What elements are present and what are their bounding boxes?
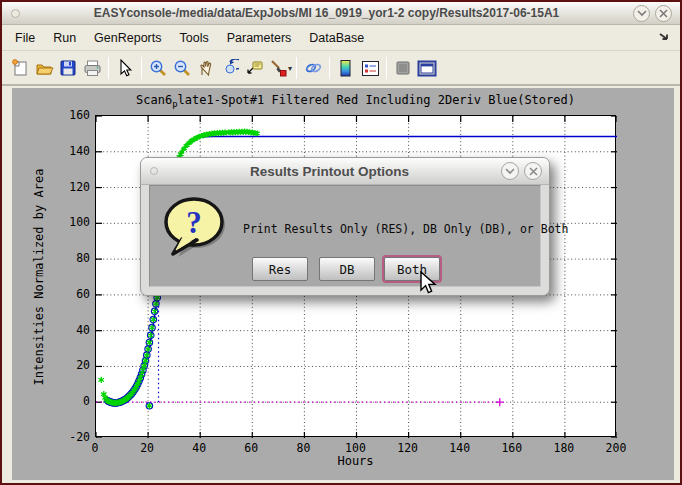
plot-title: Scan6plate1-Spot#1 Filtered Red Includin… [95,93,616,109]
rotate-3d-icon [221,59,239,77]
zoom-out-button[interactable] [170,56,194,80]
x-axis-label: Hours [95,454,616,468]
rotate-3d-button[interactable] [218,56,242,80]
x-tick-label: 80 [283,441,323,455]
y-tick-label: 20 [40,358,90,372]
dialog-body: ? Print Results Only (RES), DB Only (DB)… [149,185,541,287]
dock-figure-icon [417,60,437,77]
colorbar-icon [339,59,353,78]
y-tick-label: 140 [40,144,90,158]
open-folder-icon [35,59,54,77]
y-tick-label: 120 [40,180,90,194]
y-tick-label: 40 [40,323,90,337]
new-document-icon [11,59,29,77]
data-cursor-button[interactable] [242,56,266,80]
dialog-shade-button[interactable] [501,162,519,180]
zoom-in-button[interactable] [146,56,170,80]
insert-legend-button[interactable] [358,56,382,80]
menu-item-file[interactable]: File [6,28,44,48]
menu-item-tools[interactable]: Tools [171,28,218,48]
save-icon [59,59,77,77]
y-tick-label: 60 [40,287,90,301]
link-plots-button[interactable] [301,56,325,80]
x-tick-label: 60 [231,441,271,455]
close-icon [659,9,668,18]
plot-tools-icon [395,60,411,76]
insert-colorbar-button[interactable] [334,56,358,80]
shade-button[interactable] [633,5,650,22]
toolbar: ▾ [2,52,680,86]
window-title: EASYconsole-/media/data/ExpJobs/MI 16_09… [20,6,633,20]
brush-icon [269,59,287,77]
dialog-title: Results Printout Options [158,164,501,179]
results-printout-dialog: Results Printout Options ? Print Results… [140,157,550,296]
dialog-close-button[interactable] [524,162,542,180]
print-icon [83,59,102,77]
y-tick-label: 100 [40,215,90,229]
menu-item-database[interactable]: DataBase [300,28,373,48]
app-window: EASYconsole-/media/data/ExpJobs/MI 16_09… [0,0,682,485]
pan-hand-icon [197,59,215,77]
menu-bar: File Run GenReports Tools Parameters Dat… [2,26,680,51]
print-button[interactable] [80,56,104,80]
legend-icon [361,60,380,77]
close-button[interactable] [655,5,672,22]
y-tick-label: 160 [40,108,90,122]
dialog-message: Print Results Only (RES), DB Only (DB), … [243,222,568,236]
x-tick-label: 20 [127,441,167,455]
open-button[interactable] [32,56,56,80]
res-button[interactable]: Res [252,257,308,281]
y-tick-label: -20 [40,430,90,444]
data-cursor-icon [245,59,264,77]
x-tick-label: 200 [596,441,636,455]
dialog-titlebar[interactable]: Results Printout Options [141,158,549,185]
new-file-button[interactable] [8,56,32,80]
db-button[interactable]: DB [319,257,375,281]
x-tick-label: 100 [336,441,376,455]
brush-button[interactable] [266,56,290,80]
dock-figure-button[interactable] [415,56,439,80]
menu-item-genreports[interactable]: GenReports [85,28,170,48]
menu-item-parameters[interactable]: Parameters [218,28,301,48]
window-menu-button[interactable] [11,9,20,18]
question-bubble-icon: ? [160,194,232,260]
save-button[interactable] [56,56,80,80]
close-icon [529,167,538,176]
chevron-down-icon [637,10,647,17]
y-tick-label: 0 [40,394,90,408]
svg-text:?: ? [186,205,202,240]
chevron-down-icon [505,168,515,175]
detach-arrow-icon[interactable] [659,31,670,45]
x-tick-label: 140 [440,441,480,455]
zoom-out-icon [173,59,191,77]
link-plots-icon [304,59,323,77]
y-tick-label: 80 [40,251,90,265]
x-tick-label: 180 [544,441,584,455]
pan-button[interactable] [194,56,218,80]
x-tick-label: 160 [492,441,532,455]
pointer-tool-button[interactable] [113,56,137,80]
pointer-icon [117,59,133,77]
x-tick-label: 120 [388,441,428,455]
menu-item-run[interactable]: Run [44,28,85,48]
x-tick-label: 40 [179,441,219,455]
zoom-in-icon [149,59,167,77]
hide-plot-tools-button[interactable] [391,56,415,80]
dialog-menu-button[interactable] [150,167,158,175]
both-button[interactable]: Both [384,257,440,281]
window-titlebar[interactable]: EASYconsole-/media/data/ExpJobs/MI 16_09… [2,2,680,25]
dropdown-caret-icon[interactable]: ▾ [288,64,292,73]
